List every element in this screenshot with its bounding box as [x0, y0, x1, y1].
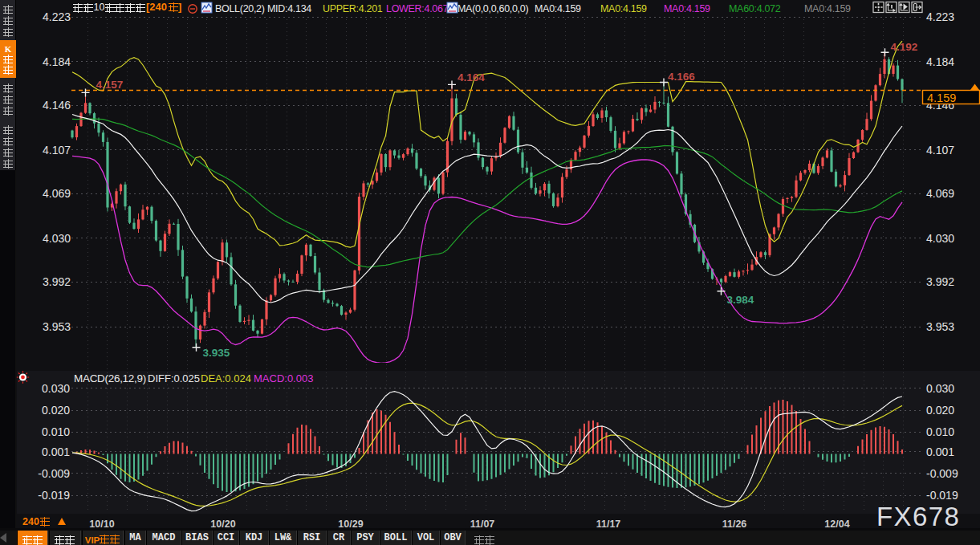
svg-text:4.164: 4.164 [457, 71, 485, 83]
svg-text:4.166: 4.166 [668, 71, 695, 83]
svg-text:4.069: 4.069 [926, 187, 954, 200]
svg-text:0.001: 0.001 [42, 445, 70, 458]
svg-text:3.953: 3.953 [43, 320, 71, 333]
svg-text:4.069: 4.069 [43, 187, 71, 200]
svg-text:-0.009: -0.009 [38, 467, 70, 480]
svg-text:MA0:4.159: MA0:4.159 [600, 3, 647, 14]
svg-text:MA0:4.159: MA0:4.159 [804, 3, 851, 14]
svg-text:-0.019: -0.019 [926, 489, 958, 502]
svg-text:4.107: 4.107 [926, 144, 954, 157]
svg-text:0.010: 0.010 [42, 425, 70, 438]
svg-text:4.030: 4.030 [926, 232, 954, 245]
svg-text:3.935: 3.935 [203, 347, 230, 359]
svg-text:4.030: 4.030 [43, 232, 71, 245]
svg-text:4.184: 4.184 [43, 55, 71, 68]
svg-text:LOWER:4.067: LOWER:4.067 [386, 3, 449, 14]
svg-text:0.001: 0.001 [926, 445, 954, 458]
svg-text:3.992: 3.992 [926, 275, 954, 288]
svg-text:DIFF:0.025: DIFF:0.025 [148, 372, 200, 384]
svg-text:MA0:4.159: MA0:4.159 [535, 3, 581, 14]
svg-text:MACD:0.003: MACD:0.003 [254, 372, 313, 384]
svg-text:3.953: 3.953 [926, 320, 954, 333]
svg-text:MA60:4.072: MA60:4.072 [729, 3, 781, 14]
svg-text:MA0:4.159: MA0:4.159 [664, 3, 710, 14]
svg-text:4.107: 4.107 [43, 144, 71, 157]
svg-text:0.020: 0.020 [926, 404, 954, 417]
svg-text:4.159: 4.159 [927, 92, 956, 104]
svg-text:4.184: 4.184 [926, 55, 954, 68]
svg-text:0.030: 0.030 [926, 382, 954, 395]
svg-text:0.010: 0.010 [926, 425, 954, 438]
svg-text:0.020: 0.020 [42, 404, 70, 417]
svg-text:MACD(26,12,9): MACD(26,12,9) [74, 372, 146, 384]
svg-text:MA(0,0,0,60,0,0): MA(0,0,0,60,0,0) [457, 3, 528, 14]
svg-text:MID:4.134: MID:4.134 [267, 3, 311, 14]
svg-text:BOLL(20,2): BOLL(20,2) [215, 3, 265, 14]
svg-text:4.223: 4.223 [43, 10, 71, 23]
svg-text:UPPER:4.201: UPPER:4.201 [323, 3, 383, 14]
svg-text:-0.009: -0.009 [926, 467, 958, 480]
svg-text:4.157: 4.157 [96, 79, 124, 91]
svg-text:3.992: 3.992 [43, 275, 71, 288]
svg-text:0.030: 0.030 [42, 382, 70, 395]
svg-text:DEA:0.024: DEA:0.024 [201, 372, 251, 384]
svg-text:4.223: 4.223 [926, 10, 954, 23]
svg-text:FX678: FX678 [876, 502, 960, 531]
svg-text:-0.019: -0.019 [38, 489, 70, 502]
svg-text:4.192: 4.192 [891, 41, 918, 53]
svg-text:3.984: 3.984 [727, 294, 754, 306]
svg-text:4.146: 4.146 [43, 99, 71, 112]
